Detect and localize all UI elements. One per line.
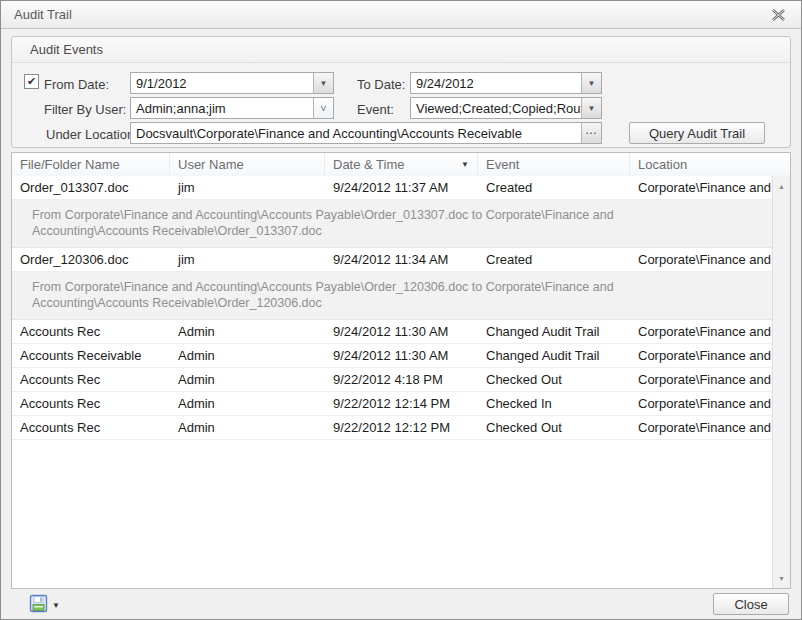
audit-trail-dialog: Audit Trail Audit Events ✔ From Date: 9/… bbox=[0, 0, 802, 620]
window-title: Audit Trail bbox=[14, 7, 72, 22]
panel-title: Audit Events bbox=[30, 42, 103, 57]
column-header-event[interactable]: Event bbox=[478, 153, 630, 176]
cell-location: Corporate\Finance and Ac bbox=[630, 392, 773, 415]
scroll-up-icon[interactable]: ▲ bbox=[773, 178, 790, 194]
cell-name: Order_013307.doc bbox=[12, 176, 170, 199]
cell-datetime: 9/24/2012 11:34 AM bbox=[325, 248, 478, 271]
column-header-user-name[interactable]: User Name bbox=[170, 153, 325, 176]
cell-event: Changed Audit Trail bbox=[478, 320, 630, 343]
footer-bar: ▼ Close bbox=[1, 589, 801, 619]
cell-name: Order_120306.doc bbox=[12, 248, 170, 271]
from-date-dropdown-icon[interactable]: ▼ bbox=[313, 73, 333, 93]
cell-datetime: 9/24/2012 11:30 AM bbox=[325, 320, 478, 343]
export-button[interactable]: ▼ bbox=[29, 594, 71, 616]
filter-user-label-wrap: Filter By User: bbox=[44, 98, 126, 120]
cell-user: jim bbox=[170, 176, 325, 199]
cell-location: Corporate\Finance and Ac bbox=[630, 344, 773, 367]
event-dropdown-icon[interactable]: ▼ bbox=[581, 98, 601, 118]
grid-header-row: File/Folder Name User Name Date & Time ▼… bbox=[12, 153, 790, 177]
close-icon[interactable] bbox=[769, 6, 787, 23]
cell-user: Admin bbox=[170, 392, 325, 415]
under-location-field[interactable]: Docsvault\Corporate\Finance and Accounti… bbox=[130, 122, 602, 144]
cell-datetime: 9/24/2012 11:37 AM bbox=[325, 176, 478, 199]
under-location-label: Under Location: bbox=[46, 127, 138, 142]
cell-datetime: 9/22/2012 12:12 PM bbox=[325, 416, 478, 439]
cell-name: Accounts Rec bbox=[12, 416, 170, 439]
to-date-combo[interactable]: 9/24/2012 ▼ bbox=[410, 72, 602, 94]
cell-location: Corporate\Finance and Ac bbox=[630, 416, 773, 439]
sort-descending-icon: ▼ bbox=[461, 160, 471, 169]
table-row[interactable]: Accounts RecAdmin9/22/2012 12:14 PMCheck… bbox=[12, 392, 773, 416]
audit-events-header: Audit Events bbox=[12, 37, 790, 63]
cell-location: Corporate\Finance and Ac bbox=[630, 248, 773, 271]
cell-name: Accounts Receivable bbox=[12, 344, 170, 367]
cell-location: Corporate\Finance and Ac bbox=[630, 320, 773, 343]
table-row[interactable]: Order_013307.docjim9/24/2012 11:37 AMCre… bbox=[12, 176, 773, 200]
filter-by-user-label: Filter By User: bbox=[44, 102, 126, 117]
cell-event: Created bbox=[478, 176, 630, 199]
cell-user: Admin bbox=[170, 344, 325, 367]
cell-name: Accounts Rec bbox=[12, 320, 170, 343]
table-row-detail: From Corporate\Finance and Accounting\Ac… bbox=[12, 200, 773, 248]
cell-user: jim bbox=[170, 248, 325, 271]
cell-event: Checked In bbox=[478, 392, 630, 415]
cell-datetime: 9/22/2012 12:14 PM bbox=[325, 392, 478, 415]
cell-datetime: 9/22/2012 4:18 PM bbox=[325, 368, 478, 391]
vertical-scrollbar[interactable]: ▲ ▼ bbox=[772, 176, 790, 588]
under-location-value: Docsvault\Corporate\Finance and Accounti… bbox=[131, 123, 581, 143]
cell-name: Accounts Rec bbox=[12, 368, 170, 391]
column-header-location[interactable]: Location bbox=[630, 153, 790, 176]
cell-event: Created bbox=[478, 248, 630, 271]
filter-by-user-dropdown-icon[interactable]: ˅ bbox=[313, 98, 333, 118]
date-filter-checkbox[interactable]: ✔ bbox=[24, 74, 39, 89]
to-date-label: To Date: bbox=[357, 77, 405, 92]
to-date-label-wrap: To Date: bbox=[357, 73, 405, 95]
export-dropdown-icon[interactable]: ▼ bbox=[52, 601, 60, 610]
from-date-label-wrap: From Date: bbox=[44, 73, 109, 95]
from-date-combo[interactable]: 9/1/2012 ▼ bbox=[130, 72, 334, 94]
event-value: Viewed;Created;Copied;Routed bbox=[411, 98, 581, 118]
cell-datetime: 9/24/2012 11:30 AM bbox=[325, 344, 478, 367]
table-row[interactable]: Accounts ReceivableAdmin9/24/2012 11:30 … bbox=[12, 344, 773, 368]
cell-location: Corporate\Finance and Ac bbox=[630, 368, 773, 391]
check-icon: ✔ bbox=[27, 75, 36, 87]
from-date-label: From Date: bbox=[44, 77, 109, 92]
table-body: Order_013307.docjim9/24/2012 11:37 AMCre… bbox=[12, 176, 773, 588]
event-label: Event: bbox=[357, 102, 394, 117]
under-location-label-wrap: Under Location: bbox=[46, 123, 138, 145]
table-row[interactable]: Order_120306.docjim9/24/2012 11:34 AMCre… bbox=[12, 248, 773, 272]
audit-events-panel: Audit Events ✔ From Date: 9/1/2012 ▼ To … bbox=[11, 36, 791, 148]
table-row[interactable]: Accounts RecAdmin9/24/2012 11:30 AMChang… bbox=[12, 320, 773, 344]
cell-event: Checked Out bbox=[478, 368, 630, 391]
column-header-date-time[interactable]: Date & Time ▼ bbox=[325, 153, 478, 176]
query-audit-trail-button[interactable]: Query Audit Trail bbox=[629, 122, 765, 144]
event-combo[interactable]: Viewed;Created;Copied;Routed ▼ bbox=[410, 97, 602, 119]
from-date-value: 9/1/2012 bbox=[131, 73, 313, 93]
filter-by-user-value: Admin;anna;jim bbox=[131, 98, 313, 118]
cell-name: Accounts Rec bbox=[12, 392, 170, 415]
cell-user: Admin bbox=[170, 320, 325, 343]
table-row[interactable]: Accounts RecAdmin9/22/2012 12:12 PMCheck… bbox=[12, 416, 773, 440]
table-row-detail: From Corporate\Finance and Accounting\Ac… bbox=[12, 272, 773, 320]
event-label-wrap: Event: bbox=[357, 98, 394, 120]
cell-event: Checked Out bbox=[478, 416, 630, 439]
browse-location-button[interactable]: … bbox=[581, 123, 601, 143]
audit-results-grid: File/Folder Name User Name Date & Time ▼… bbox=[11, 152, 791, 589]
to-date-value: 9/24/2012 bbox=[411, 73, 581, 93]
save-floppy-icon bbox=[29, 594, 48, 616]
to-date-dropdown-icon[interactable]: ▼ bbox=[581, 73, 601, 93]
filter-by-user-combo[interactable]: Admin;anna;jim ˅ bbox=[130, 97, 334, 119]
title-bar: Audit Trail bbox=[1, 1, 801, 29]
scroll-down-icon[interactable]: ▼ bbox=[773, 570, 790, 586]
cell-event: Changed Audit Trail bbox=[478, 344, 630, 367]
close-button[interactable]: Close bbox=[713, 593, 789, 615]
cell-location: Corporate\Finance and Ac bbox=[630, 176, 773, 199]
cell-user: Admin bbox=[170, 368, 325, 391]
column-header-file-folder-name[interactable]: File/Folder Name bbox=[12, 153, 170, 176]
table-row[interactable]: Accounts RecAdmin9/22/2012 4:18 PMChecke… bbox=[12, 368, 773, 392]
cell-user: Admin bbox=[170, 416, 325, 439]
